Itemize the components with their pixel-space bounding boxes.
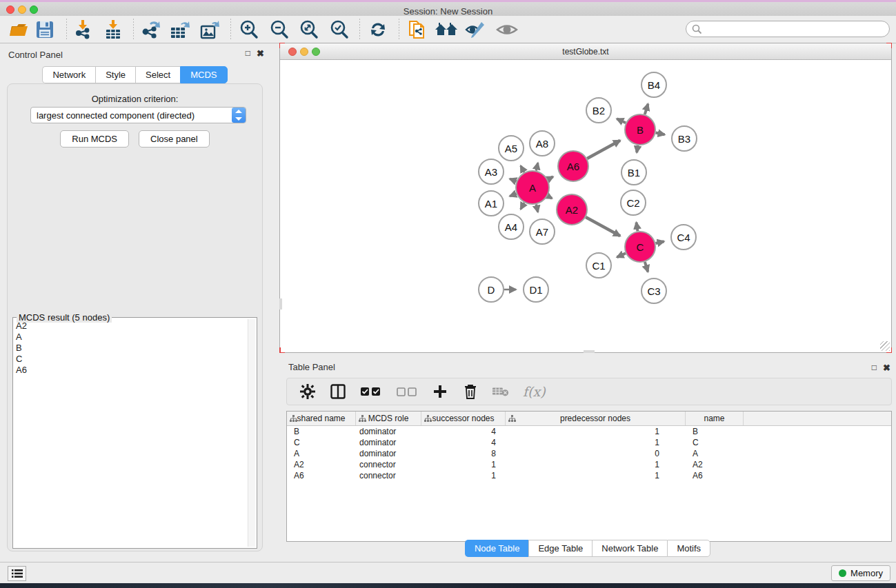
delete-column-trash-icon[interactable]: [462, 383, 479, 400]
save-session-icon[interactable]: [32, 18, 57, 41]
edge-B-B1[interactable]: [637, 145, 638, 153]
show-columns-icon[interactable]: [330, 383, 346, 400]
run-mcds-button[interactable]: Run MCDS: [60, 130, 129, 148]
node-A8[interactable]: A8: [530, 131, 555, 156]
export-network-icon[interactable]: [138, 18, 163, 41]
network-window-titlebar[interactable]: testGlobe.txt: [280, 43, 891, 60]
table-row[interactable]: A2connector11A2: [287, 459, 891, 470]
float-table-panel-icon[interactable]: □: [872, 363, 877, 373]
node-A[interactable]: A: [516, 171, 549, 204]
node-B3[interactable]: B3: [672, 126, 697, 151]
tab-edge-table[interactable]: Edge Table: [528, 540, 592, 557]
column-header-MCDS-role[interactable]: MCDS role: [356, 412, 421, 425]
tab-network[interactable]: Network: [42, 66, 95, 83]
column-header-predecessor-nodes[interactable]: predecessor nodes: [506, 412, 686, 425]
column-header-shared-name[interactable]: shared name: [287, 412, 356, 425]
close-table-panel-icon[interactable]: ✖: [883, 363, 890, 373]
result-scrollbar[interactable]: [248, 319, 255, 547]
import-table-icon[interactable]: [101, 18, 126, 41]
node-C[interactable]: C: [625, 232, 655, 262]
tab-mcds[interactable]: MCDS: [180, 66, 227, 83]
network-canvas[interactable]: B4B2BB3A8A5A6A3B1AA1C2A2A4A7C4CC1C3DD1: [281, 61, 891, 352]
edge-A-A4[interactable]: [521, 203, 524, 210]
node-D1[interactable]: D1: [524, 277, 548, 302]
column-header-name[interactable]: name: [686, 412, 744, 425]
deselect-all-checkboxes-icon[interactable]: [396, 383, 418, 400]
node-B1[interactable]: B1: [621, 160, 646, 185]
table-row[interactable]: A6connector11A6: [287, 470, 891, 481]
edge-A-A2[interactable]: [548, 196, 552, 199]
edge-B-B2[interactable]: [617, 119, 626, 123]
node-D[interactable]: D: [479, 277, 504, 302]
table-row[interactable]: Cdominator41C: [287, 437, 891, 448]
edge-A-A1[interactable]: [510, 194, 517, 196]
node-C1[interactable]: C1: [586, 253, 611, 278]
zoom-selected-icon[interactable]: [327, 18, 352, 41]
edge-A-A6[interactable]: [548, 176, 553, 179]
optimization-criterion-dropdown[interactable]: largest connected component (directed): [30, 107, 246, 123]
refresh-layout-icon[interactable]: [366, 18, 390, 41]
edge-B-B3[interactable]: [656, 133, 665, 135]
edge-B-B4[interactable]: [645, 104, 648, 114]
edge-A-A7[interactable]: [536, 204, 537, 212]
column-header-successor-nodes[interactable]: successor nodes: [421, 412, 506, 425]
tab-select[interactable]: Select: [135, 66, 180, 83]
node-C4[interactable]: C4: [671, 225, 696, 250]
task-history-button[interactable]: [8, 566, 26, 581]
home-views-icon[interactable]: [434, 18, 459, 41]
tab-network-table[interactable]: Network Table: [592, 540, 667, 557]
node-A5[interactable]: A5: [499, 136, 524, 161]
mcds-result-item[interactable]: A6: [16, 365, 246, 376]
tab-node-table[interactable]: Node Table: [465, 540, 529, 557]
import-network-icon[interactable]: [70, 18, 95, 41]
float-panel-icon[interactable]: □: [246, 48, 250, 59]
open-folder-icon[interactable]: [6, 18, 31, 41]
function-builder-fx[interactable]: f(x): [523, 384, 546, 399]
edge-A2-C[interactable]: [586, 217, 620, 236]
node-A3[interactable]: A3: [479, 159, 504, 184]
edge-C-C4[interactable]: [655, 241, 664, 243]
hide-details-icon[interactable]: [464, 18, 488, 41]
node-C3[interactable]: C3: [641, 278, 666, 303]
select-all-checkboxes-icon[interactable]: [360, 383, 382, 400]
node-A2[interactable]: A2: [557, 194, 587, 225]
close-panel-icon[interactable]: ✖: [257, 48, 264, 59]
edge-A6-B[interactable]: [587, 141, 620, 159]
table-row[interactable]: Bdominator41B: [287, 426, 891, 437]
table-row[interactable]: Adominator80A: [287, 448, 891, 459]
show-details-icon[interactable]: [495, 18, 519, 41]
edge-C-C2[interactable]: [636, 223, 637, 232]
node-A4[interactable]: A4: [499, 214, 524, 239]
mcds-result-item[interactable]: A: [16, 332, 246, 343]
memory-button[interactable]: Memory: [831, 565, 890, 581]
canvas-horizontal-scroll-stub[interactable]: [584, 350, 595, 353]
export-table-icon[interactable]: [168, 18, 192, 41]
node-B4[interactable]: B4: [641, 72, 666, 97]
edge-A-A3[interactable]: [510, 179, 517, 181]
edge-C-C3[interactable]: [645, 262, 648, 272]
tab-motifs[interactable]: Motifs: [667, 540, 710, 557]
mcds-result-item[interactable]: C: [16, 354, 246, 365]
mcds-result-item[interactable]: A2: [16, 321, 246, 332]
zoom-fit-icon[interactable]: [297, 18, 321, 41]
canvas-vertical-scroll-stub[interactable]: [279, 298, 282, 310]
table-settings-gear-icon[interactable]: [299, 383, 316, 400]
mcds-result-item[interactable]: B: [16, 343, 246, 354]
node-B[interactable]: B: [625, 114, 655, 145]
delete-table-icon[interactable]: [492, 383, 509, 400]
resize-grip-icon[interactable]: [880, 341, 890, 351]
node-B2[interactable]: B2: [586, 98, 611, 123]
edge-A-A8[interactable]: [536, 163, 537, 170]
mcds-result-list[interactable]: A2ABCA6: [14, 319, 247, 547]
export-image-icon[interactable]: [198, 18, 223, 41]
tab-style[interactable]: Style: [95, 66, 135, 83]
zoom-out-icon[interactable]: [267, 18, 292, 41]
node-A6[interactable]: A6: [558, 151, 588, 181]
close-panel-button[interactable]: Close panel: [139, 130, 210, 148]
node-C2[interactable]: C2: [621, 190, 646, 215]
search-input[interactable]: [686, 21, 890, 37]
duplicate-network-icon[interactable]: [405, 18, 430, 41]
node-A7[interactable]: A7: [530, 219, 555, 244]
add-column-icon[interactable]: [432, 383, 448, 400]
edge-C-C1[interactable]: [617, 253, 626, 257]
